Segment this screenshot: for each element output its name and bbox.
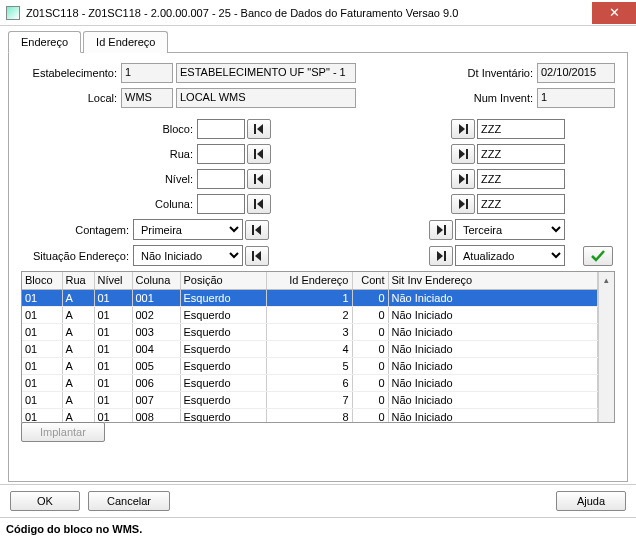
table-row[interactable]: 01A01008Esquerdo80Não Iniciado	[22, 408, 598, 422]
last-button-bloco[interactable]	[451, 119, 475, 139]
svg-marker-10	[459, 174, 465, 184]
close-button[interactable]: ✕	[592, 2, 636, 24]
implantar-button[interactable]: Implantar	[21, 422, 105, 442]
vertical-scrollbar[interactable]: ▴	[598, 272, 614, 422]
last-button-contagem[interactable]	[429, 220, 453, 240]
svg-marker-22	[437, 251, 443, 261]
last-icon	[436, 225, 446, 235]
svg-marker-2	[459, 124, 465, 134]
first-icon	[254, 174, 264, 184]
svg-rect-19	[444, 225, 446, 235]
first-button-coluna[interactable]	[247, 194, 271, 214]
svg-marker-5	[257, 149, 263, 159]
th-rua[interactable]: Rua	[62, 272, 94, 289]
scroll-up-icon[interactable]: ▴	[603, 274, 610, 286]
svg-marker-14	[459, 199, 465, 209]
first-button-bloco[interactable]	[247, 119, 271, 139]
nivel-from-input[interactable]	[197, 169, 245, 189]
first-icon	[252, 251, 262, 261]
label-coluna: Coluna:	[21, 198, 197, 210]
check-icon	[591, 250, 605, 262]
svg-rect-0	[254, 124, 256, 134]
first-button-nivel[interactable]	[247, 169, 271, 189]
table-row[interactable]: 01A01001Esquerdo10Não Iniciado	[22, 289, 598, 306]
first-button-rua[interactable]	[247, 144, 271, 164]
first-icon	[252, 225, 262, 235]
window-title: Z01SC118 - Z01SC118 - 2.00.00.007 - 25 -…	[26, 7, 592, 19]
th-nivel[interactable]: Nível	[94, 272, 132, 289]
label-estabelecimento: Estabelecimento:	[21, 67, 121, 79]
ok-button[interactable]: OK	[10, 491, 80, 511]
svg-marker-1	[257, 124, 263, 134]
last-icon	[436, 251, 446, 261]
table-row[interactable]: 01A01005Esquerdo50Não Iniciado	[22, 357, 598, 374]
local-cod: WMS	[121, 88, 173, 108]
th-bloco[interactable]: Bloco	[22, 272, 62, 289]
coluna-from-input[interactable]	[197, 194, 245, 214]
address-table[interactable]: Bloco Rua Nível Coluna Posição Id Endere…	[22, 272, 598, 422]
dialog-buttons: OK Cancelar Ajuda	[0, 484, 636, 518]
last-icon	[458, 199, 468, 209]
th-id-endereco[interactable]: Id Endereço	[266, 272, 352, 289]
svg-rect-3	[466, 124, 468, 134]
coluna-to-input[interactable]	[477, 194, 565, 214]
svg-rect-11	[466, 174, 468, 184]
app-icon	[6, 6, 20, 20]
status-bar: Código do bloco no WMS.	[0, 518, 636, 539]
first-button-contagem[interactable]	[245, 220, 269, 240]
confirm-button[interactable]	[583, 246, 613, 266]
contagem-to-select[interactable]: Terceira	[455, 219, 565, 240]
table-container: Bloco Rua Nível Coluna Posição Id Endere…	[21, 271, 615, 423]
svg-rect-20	[252, 251, 254, 261]
titlebar: Z01SC118 - Z01SC118 - 2.00.00.007 - 25 -…	[0, 0, 636, 26]
svg-rect-4	[254, 149, 256, 159]
svg-rect-15	[466, 199, 468, 209]
last-button-situacao[interactable]	[429, 246, 453, 266]
label-rua: Rua:	[21, 148, 197, 160]
table-row[interactable]: 01A01006Esquerdo60Não Iniciado	[22, 374, 598, 391]
label-nivel: Nível:	[21, 173, 197, 185]
situacao-to-select[interactable]: Atualizado	[455, 245, 565, 266]
tab-id-endereco[interactable]: Id Endereço	[83, 31, 168, 53]
last-button-coluna[interactable]	[451, 194, 475, 214]
svg-marker-17	[255, 225, 261, 235]
label-num-invent: Num Invent:	[457, 92, 537, 104]
cancel-button[interactable]: Cancelar	[88, 491, 170, 511]
num-invent: 1	[537, 88, 615, 108]
last-button-rua[interactable]	[451, 144, 475, 164]
svg-rect-7	[466, 149, 468, 159]
rua-to-input[interactable]	[477, 144, 565, 164]
last-icon	[458, 174, 468, 184]
table-row[interactable]: 01A01004Esquerdo40Não Iniciado	[22, 340, 598, 357]
last-button-nivel[interactable]	[451, 169, 475, 189]
first-icon	[254, 199, 264, 209]
bloco-from-input[interactable]	[197, 119, 245, 139]
svg-rect-16	[252, 225, 254, 235]
situacao-from-select[interactable]: Não Iniciado	[133, 245, 243, 266]
bloco-to-input[interactable]	[477, 119, 565, 139]
table-row[interactable]: 01A01007Esquerdo70Não Iniciado	[22, 391, 598, 408]
th-posicao[interactable]: Posição	[180, 272, 266, 289]
last-icon	[458, 149, 468, 159]
help-button[interactable]: Ajuda	[556, 491, 626, 511]
estabelecimento-cod: 1	[121, 63, 173, 83]
svg-rect-12	[254, 199, 256, 209]
th-coluna[interactable]: Coluna	[132, 272, 180, 289]
svg-rect-23	[444, 251, 446, 261]
tab-endereco[interactable]: Endereço	[8, 31, 81, 53]
table-row[interactable]: 01A01003Esquerdo30Não Iniciado	[22, 323, 598, 340]
svg-marker-6	[459, 149, 465, 159]
tab-panel-endereco: Estabelecimento: 1 ESTABELECIMENTO UF "S…	[8, 52, 628, 482]
svg-marker-9	[257, 174, 263, 184]
svg-marker-21	[255, 251, 261, 261]
label-bloco: Bloco:	[21, 123, 197, 135]
table-row[interactable]: 01A01002Esquerdo20Não Iniciado	[22, 306, 598, 323]
contagem-from-select[interactable]: Primeira	[133, 219, 243, 240]
label-situacao: Situação Endereço:	[21, 250, 133, 262]
th-sit-inv[interactable]: Sit Inv Endereço	[388, 272, 598, 289]
first-button-situacao[interactable]	[245, 246, 269, 266]
rua-from-input[interactable]	[197, 144, 245, 164]
nivel-to-input[interactable]	[477, 169, 565, 189]
last-icon	[458, 124, 468, 134]
th-cont[interactable]: Cont	[352, 272, 388, 289]
